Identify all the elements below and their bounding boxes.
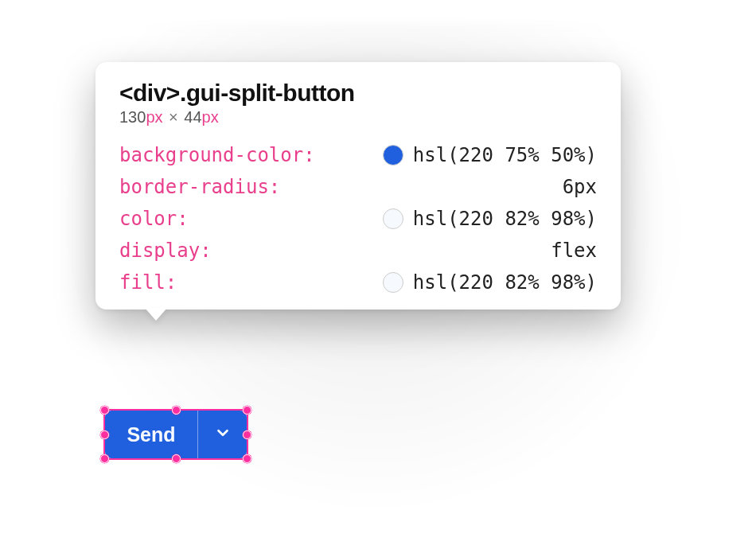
prop-value: hsl(220 82% 98%) (383, 208, 597, 230)
tooltip-header: <div>.gui-split-button 130px × 44px (119, 80, 597, 127)
prop-value-text: hsl(220 82% 98%) (413, 271, 597, 294)
tooltip-width-unit: px (146, 108, 162, 126)
color-swatch-icon (383, 272, 403, 293)
tooltip-height-unit: px (202, 108, 219, 126)
prop-row-border-radius: border-radius: 6px (119, 176, 597, 198)
chevron-down-icon (214, 423, 232, 446)
tooltip-height-value: 44 (184, 108, 201, 126)
prop-value-text: flex (551, 239, 597, 262)
prop-name: border-radius: (119, 176, 280, 198)
send-button-label: Send (127, 423, 175, 446)
color-swatch-icon (383, 208, 403, 229)
prop-row-background-color: background-color: hsl(220 75% 50%) (119, 144, 597, 166)
prop-name: display: (119, 239, 212, 262)
prop-value: hsl(220 75% 50%) (383, 144, 597, 166)
tooltip-dim-separator: × (169, 108, 178, 126)
tooltip-width-value: 130 (119, 108, 146, 126)
gui-split-button: Send (105, 411, 247, 458)
color-swatch-icon (383, 145, 403, 165)
prop-value-text: hsl(220 75% 50%) (413, 144, 597, 166)
prop-value: hsl(220 82% 98%) (383, 271, 597, 294)
send-button[interactable]: Send (105, 411, 197, 458)
prop-row-display: display: flex (119, 239, 597, 262)
prop-row-fill: fill: hsl(220 82% 98%) (119, 271, 597, 294)
prop-value-text: 6px (563, 176, 597, 198)
prop-value: 6px (563, 176, 597, 198)
split-button-container: Send (105, 411, 247, 458)
split-button-dropdown[interactable] (197, 411, 247, 458)
tooltip-properties: background-color: hsl(220 75% 50%) borde… (119, 144, 597, 294)
prop-row-color: color: hsl(220 82% 98%) (119, 208, 597, 230)
element-inspector-tooltip: <div>.gui-split-button 130px × 44px back… (95, 62, 621, 310)
tooltip-dimensions: 130px × 44px (119, 108, 597, 127)
prop-name: color: (119, 208, 189, 230)
prop-value-text: hsl(220 82% 98%) (413, 208, 597, 230)
tooltip-selector: <div>.gui-split-button (119, 80, 597, 107)
prop-name: background-color: (119, 144, 315, 166)
prop-name: fill: (119, 271, 177, 294)
prop-value: flex (551, 239, 597, 262)
